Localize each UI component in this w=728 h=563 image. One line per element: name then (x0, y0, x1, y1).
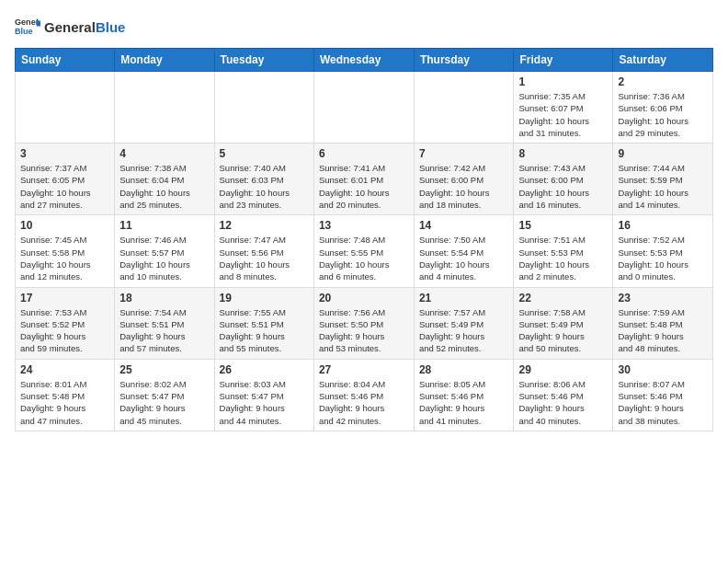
day-number: 11 (119, 219, 209, 232)
calendar-cell: 6Sunrise: 7:41 AM Sunset: 6:01 PM Daylig… (313, 144, 414, 215)
day-info: Sunrise: 7:48 AM Sunset: 5:55 PM Dayligh… (319, 234, 409, 282)
day-info: Sunrise: 7:35 AM Sunset: 6:07 PM Dayligh… (518, 90, 608, 139)
day-info: Sunrise: 7:51 AM Sunset: 5:53 PM Dayligh… (518, 234, 608, 282)
day-number: 13 (319, 219, 409, 232)
day-number: 18 (119, 292, 209, 304)
logo: General Blue GeneralBlue (15, 15, 125, 40)
weekday-header-friday: Friday (514, 49, 613, 72)
calendar-cell: 13Sunrise: 7:48 AM Sunset: 5:55 PM Dayli… (313, 215, 414, 287)
calendar-cell: 20Sunrise: 7:56 AM Sunset: 5:50 PM Dayli… (313, 287, 414, 359)
calendar-cell: 29Sunrise: 8:06 AM Sunset: 5:46 PM Dayli… (514, 359, 613, 431)
calendar-cell: 7Sunrise: 7:42 AM Sunset: 6:00 PM Daylig… (414, 144, 514, 215)
calendar-cell: 9Sunrise: 7:44 AM Sunset: 5:59 PM Daylig… (613, 144, 713, 215)
day-number: 29 (518, 363, 608, 376)
day-info: Sunrise: 7:45 AM Sunset: 5:58 PM Dayligh… (20, 234, 109, 282)
day-number: 7 (419, 147, 509, 160)
calendar-cell: 8Sunrise: 7:43 AM Sunset: 6:00 PM Daylig… (514, 144, 613, 215)
day-number: 8 (518, 147, 608, 160)
day-info: Sunrise: 7:58 AM Sunset: 5:49 PM Dayligh… (518, 306, 608, 355)
day-info: Sunrise: 7:43 AM Sunset: 6:00 PM Dayligh… (518, 162, 608, 211)
calendar-cell: 27Sunrise: 8:04 AM Sunset: 5:46 PM Dayli… (313, 359, 414, 431)
day-number: 22 (518, 292, 608, 304)
calendar-cell: 28Sunrise: 8:05 AM Sunset: 5:46 PM Dayli… (414, 359, 514, 431)
day-info: Sunrise: 7:46 AM Sunset: 5:57 PM Dayligh… (119, 234, 209, 282)
calendar-cell: 21Sunrise: 7:57 AM Sunset: 5:49 PM Dayli… (414, 287, 514, 359)
day-number: 24 (20, 363, 109, 376)
day-number: 19 (220, 292, 309, 304)
day-number: 5 (220, 147, 309, 160)
logo-blue: Blue (96, 19, 126, 35)
weekday-header-monday: Monday (115, 49, 214, 72)
day-info: Sunrise: 7:56 AM Sunset: 5:50 PM Dayligh… (319, 306, 409, 355)
calendar-cell: 30Sunrise: 8:07 AM Sunset: 5:46 PM Dayli… (613, 359, 713, 431)
day-info: Sunrise: 7:53 AM Sunset: 5:52 PM Dayligh… (20, 306, 109, 355)
weekday-header-thursday: Thursday (414, 49, 514, 72)
week-row-4: 17Sunrise: 7:53 AM Sunset: 5:52 PM Dayli… (16, 287, 713, 359)
calendar-cell (115, 72, 214, 144)
weekday-header-row: SundayMondayTuesdayWednesdayThursdayFrid… (16, 49, 713, 72)
calendar-cell: 26Sunrise: 8:03 AM Sunset: 5:47 PM Dayli… (214, 359, 313, 431)
calendar-cell: 17Sunrise: 7:53 AM Sunset: 5:52 PM Dayli… (16, 287, 115, 359)
day-number: 4 (119, 147, 209, 160)
day-info: Sunrise: 7:40 AM Sunset: 6:03 PM Dayligh… (220, 162, 309, 211)
day-number: 23 (618, 292, 708, 304)
calendar-cell: 15Sunrise: 7:51 AM Sunset: 5:53 PM Dayli… (514, 215, 613, 287)
day-number: 2 (618, 75, 708, 88)
calendar-cell: 25Sunrise: 8:02 AM Sunset: 5:47 PM Dayli… (115, 359, 214, 431)
day-number: 12 (220, 219, 309, 232)
day-info: Sunrise: 7:44 AM Sunset: 5:59 PM Dayligh… (618, 162, 708, 211)
day-number: 25 (119, 363, 209, 376)
day-info: Sunrise: 7:55 AM Sunset: 5:51 PM Dayligh… (220, 306, 309, 355)
logo-general: General (44, 19, 96, 35)
calendar-cell: 3Sunrise: 7:37 AM Sunset: 6:05 PM Daylig… (16, 144, 115, 215)
calendar-cell: 18Sunrise: 7:54 AM Sunset: 5:51 PM Dayli… (115, 287, 214, 359)
week-row-1: 1Sunrise: 7:35 AM Sunset: 6:07 PM Daylig… (16, 72, 713, 144)
page-header: General Blue GeneralBlue (15, 15, 713, 40)
day-info: Sunrise: 8:03 AM Sunset: 5:47 PM Dayligh… (220, 378, 309, 427)
calendar-cell: 10Sunrise: 7:45 AM Sunset: 5:58 PM Dayli… (16, 215, 115, 287)
day-number: 16 (618, 219, 708, 232)
day-info: Sunrise: 7:37 AM Sunset: 6:05 PM Dayligh… (20, 162, 109, 211)
week-row-5: 24Sunrise: 8:01 AM Sunset: 5:48 PM Dayli… (16, 359, 713, 431)
svg-text:Blue: Blue (15, 27, 33, 36)
day-number: 20 (319, 292, 409, 304)
day-info: Sunrise: 8:04 AM Sunset: 5:46 PM Dayligh… (319, 378, 409, 427)
day-number: 28 (419, 363, 509, 376)
calendar-cell: 24Sunrise: 8:01 AM Sunset: 5:48 PM Dayli… (16, 359, 115, 431)
calendar-cell: 5Sunrise: 7:40 AM Sunset: 6:03 PM Daylig… (214, 144, 313, 215)
day-info: Sunrise: 7:42 AM Sunset: 6:00 PM Dayligh… (419, 162, 509, 211)
weekday-header-tuesday: Tuesday (214, 49, 313, 72)
day-info: Sunrise: 7:59 AM Sunset: 5:48 PM Dayligh… (618, 306, 708, 355)
week-row-3: 10Sunrise: 7:45 AM Sunset: 5:58 PM Dayli… (16, 215, 713, 287)
calendar-cell: 14Sunrise: 7:50 AM Sunset: 5:54 PM Dayli… (414, 215, 514, 287)
week-row-2: 3Sunrise: 7:37 AM Sunset: 6:05 PM Daylig… (16, 144, 713, 215)
day-number: 27 (319, 363, 409, 376)
calendar-cell: 22Sunrise: 7:58 AM Sunset: 5:49 PM Dayli… (514, 287, 613, 359)
day-info: Sunrise: 7:52 AM Sunset: 5:53 PM Dayligh… (618, 234, 708, 282)
day-info: Sunrise: 8:06 AM Sunset: 5:46 PM Dayligh… (518, 378, 608, 427)
day-number: 15 (518, 219, 608, 232)
day-info: Sunrise: 8:01 AM Sunset: 5:48 PM Dayligh… (20, 378, 109, 427)
day-number: 3 (20, 147, 109, 160)
weekday-header-sunday: Sunday (16, 49, 115, 72)
calendar-table: SundayMondayTuesdayWednesdayThursdayFrid… (15, 48, 713, 431)
calendar-cell (16, 72, 115, 144)
calendar-cell (414, 72, 514, 144)
day-info: Sunrise: 7:38 AM Sunset: 6:04 PM Dayligh… (119, 162, 209, 211)
day-info: Sunrise: 7:57 AM Sunset: 5:49 PM Dayligh… (419, 306, 509, 355)
day-number: 1 (518, 75, 608, 88)
day-info: Sunrise: 7:54 AM Sunset: 5:51 PM Dayligh… (119, 306, 209, 355)
day-info: Sunrise: 7:41 AM Sunset: 6:01 PM Dayligh… (319, 162, 409, 211)
weekday-header-saturday: Saturday (613, 49, 713, 72)
calendar-cell: 12Sunrise: 7:47 AM Sunset: 5:56 PM Dayli… (214, 215, 313, 287)
day-info: Sunrise: 7:36 AM Sunset: 6:06 PM Dayligh… (618, 90, 708, 139)
day-number: 26 (220, 363, 309, 376)
day-number: 9 (618, 147, 708, 160)
day-number: 21 (419, 292, 509, 304)
logo-icon: General Blue (15, 15, 40, 40)
day-number: 14 (419, 219, 509, 232)
day-number: 17 (20, 292, 109, 304)
day-number: 6 (319, 147, 409, 160)
day-info: Sunrise: 8:02 AM Sunset: 5:47 PM Dayligh… (119, 378, 209, 427)
day-info: Sunrise: 7:50 AM Sunset: 5:54 PM Dayligh… (419, 234, 509, 282)
